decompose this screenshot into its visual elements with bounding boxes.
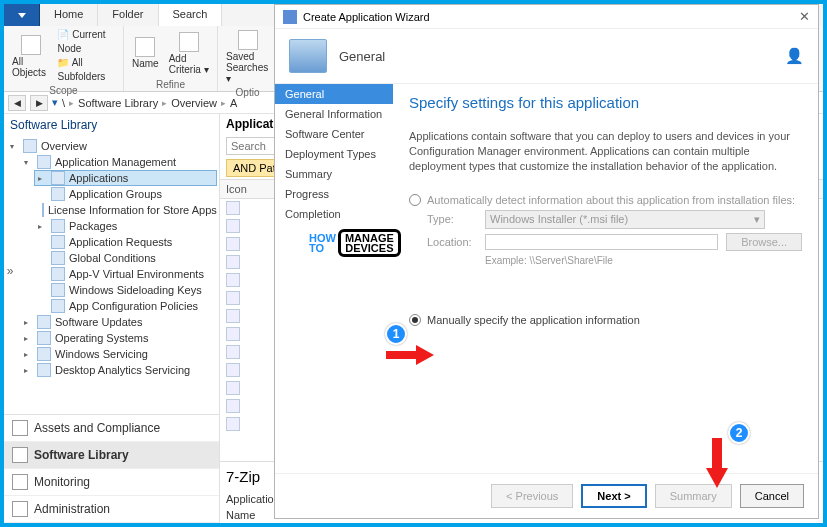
- help-icon[interactable]: 👤: [785, 47, 804, 65]
- radio-icon: [409, 194, 421, 206]
- ribbon-group-name: Scope: [10, 84, 117, 97]
- svg-marker-1: [416, 345, 434, 365]
- close-icon[interactable]: ✕: [799, 9, 810, 24]
- nav-dropdown[interactable]: ▾: [52, 96, 58, 109]
- ribbon-all-subfolders[interactable]: 📁 All Subfolders: [57, 56, 117, 84]
- tree-node[interactable]: App-V Virtual Environments: [34, 266, 217, 282]
- breadcrumb[interactable]: Overview: [171, 97, 217, 109]
- annotation-arrow-1: [384, 344, 434, 366]
- nav-pane: Software Library ▾Overview▾Application M…: [4, 114, 220, 523]
- type-label: Type:: [427, 213, 477, 225]
- ribbon-scope-list: 📄 Current Node 📁 All Subfolders: [57, 28, 117, 84]
- save-icon: [238, 30, 258, 50]
- wizard-step[interactable]: Deployment Types: [275, 144, 393, 164]
- breadcrumb[interactable]: Software Library: [78, 97, 158, 109]
- app-menu-button[interactable]: [4, 4, 40, 26]
- annotation-badge-1: 1: [385, 323, 407, 345]
- wizard-steps: GeneralGeneral InformationSoftware Cente…: [275, 84, 393, 473]
- workspace-list: Assets and ComplianceSoftware LibraryMon…: [4, 414, 219, 523]
- example-text: Example: \\Server\Share\File: [485, 255, 802, 266]
- tree-node[interactable]: Application Requests: [34, 234, 217, 250]
- annotation-badge-2: 2: [728, 422, 750, 444]
- radio-label: Automatically detect information about t…: [427, 194, 795, 206]
- ribbon-label: All Objects: [12, 56, 49, 78]
- workspace-item[interactable]: Assets and Compliance: [4, 415, 219, 442]
- workspace-item[interactable]: Software Library: [4, 442, 219, 469]
- tree-node[interactable]: ▸Software Updates: [20, 314, 217, 330]
- type-select: Windows Installer (*.msi file)▾: [485, 210, 765, 229]
- wizard-icon: [283, 10, 297, 24]
- tree-node[interactable]: ▸Applications: [34, 170, 217, 186]
- tree-node[interactable]: App Configuration Policies: [34, 298, 217, 314]
- tree-node[interactable]: ▾Overview: [6, 138, 217, 154]
- wizard-step[interactable]: General: [275, 84, 393, 104]
- svg-marker-3: [706, 468, 728, 488]
- wizard-step[interactable]: Completion: [275, 204, 393, 224]
- location-input: [485, 234, 718, 250]
- tree-node[interactable]: Application Groups: [34, 186, 217, 202]
- objects-icon: [21, 35, 41, 55]
- workspace-item[interactable]: Administration: [4, 496, 219, 523]
- ribbon-group-name: Refine: [130, 78, 211, 91]
- cancel-button[interactable]: Cancel: [740, 484, 804, 508]
- wizard-step[interactable]: Software Center: [275, 124, 393, 144]
- previous-button: < Previous: [491, 484, 573, 508]
- nav-title: Software Library: [4, 114, 219, 136]
- tree-node[interactable]: ▾Application Management: [20, 154, 217, 170]
- ribbon-current-node[interactable]: 📄 Current Node: [57, 28, 117, 56]
- tree-node[interactable]: ▸Operating Systems: [20, 330, 217, 346]
- wizard-title: Create Application Wizard: [303, 11, 430, 23]
- wizard-step[interactable]: General Information: [275, 104, 393, 124]
- nav-forward-button[interactable]: ▶: [30, 95, 48, 111]
- next-button[interactable]: Next >: [581, 484, 646, 508]
- tree-node[interactable]: ▸Desktop Analytics Servicing: [20, 362, 217, 378]
- column-icon[interactable]: Icon: [220, 180, 253, 198]
- chevron-down-icon: [18, 13, 26, 18]
- tree-node[interactable]: ▸Packages: [34, 218, 217, 234]
- ribbon-all-objects[interactable]: All Objects: [10, 28, 51, 84]
- content-title: Specify settings for this application: [409, 94, 802, 111]
- watermark-logo: HOWTO MANAGEDEVICES: [307, 227, 403, 259]
- breadcrumb[interactable]: A: [230, 97, 237, 109]
- wizard-step[interactable]: Summary: [275, 164, 393, 184]
- radio-manual-specify[interactable]: Manually specify the application informa…: [409, 314, 802, 326]
- ribbon-add-criteria[interactable]: Add Criteria ▾: [167, 28, 211, 78]
- tab-home[interactable]: Home: [40, 4, 98, 26]
- wizard-step[interactable]: Progress: [275, 184, 393, 204]
- computer-icon: [289, 39, 327, 73]
- tree-node[interactable]: ▸Windows Servicing: [20, 346, 217, 362]
- tab-search[interactable]: Search: [159, 4, 223, 26]
- workspace-item[interactable]: Monitoring: [4, 469, 219, 496]
- tree-node[interactable]: Windows Sideloading Keys: [34, 282, 217, 298]
- wizard-page-name: General: [339, 49, 385, 64]
- tag-icon: [135, 37, 155, 57]
- ribbon-name[interactable]: Name: [130, 28, 161, 78]
- nav-tree[interactable]: ▾Overview▾Application Management▸Applica…: [4, 136, 219, 414]
- location-label: Location:: [427, 236, 477, 248]
- breadcrumb[interactable]: \: [62, 97, 65, 109]
- nav-back-button[interactable]: ◀: [8, 95, 26, 111]
- tree-node[interactable]: Global Conditions: [34, 250, 217, 266]
- tree-node[interactable]: License Information for Store Apps: [34, 202, 217, 218]
- expand-icon[interactable]: »: [4, 264, 16, 278]
- radio-icon: [409, 314, 421, 326]
- content-description: Applications contain software that you c…: [409, 129, 802, 174]
- filter-icon: [179, 32, 199, 52]
- radio-auto-detect[interactable]: Automatically detect information about t…: [409, 194, 802, 206]
- ribbon-saved-searches[interactable]: Saved Searches ▾: [224, 28, 271, 86]
- tab-folder[interactable]: Folder: [98, 4, 158, 26]
- radio-label: Manually specify the application informa…: [427, 314, 640, 326]
- annotation-arrow-2: [704, 436, 730, 488]
- browse-button: Browse...: [726, 233, 802, 251]
